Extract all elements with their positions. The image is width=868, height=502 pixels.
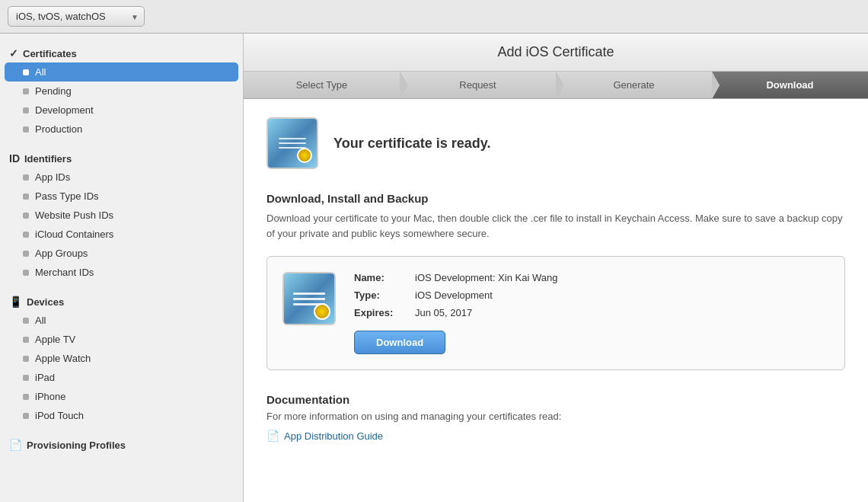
sidebar-item-pass-type-ids-label: Pass Type IDs bbox=[35, 190, 99, 202]
sidebar-item-pending-label: Pending bbox=[35, 85, 72, 97]
cert-name-field: Name: iOS Development: Xin Kai Wang bbox=[354, 272, 829, 283]
sidebar-item-ipod-touch[interactable]: iPod Touch bbox=[0, 406, 243, 425]
sidebar-item-merchant-ids[interactable]: Merchant IDs bbox=[0, 263, 243, 282]
sidebar-item-development-label: Development bbox=[35, 104, 94, 116]
sidebar-item-website-push-ids-label: Website Push IDs bbox=[35, 209, 113, 221]
sidebar: ✓ Certificates All Pending Development P… bbox=[0, 34, 244, 502]
sidebar-section-certificates: ✓ Certificates bbox=[0, 41, 243, 62]
cert-card-icon bbox=[282, 272, 336, 325]
sidebar-item-app-ids-label: App IDs bbox=[35, 171, 70, 183]
devices-section-label: Devices bbox=[27, 296, 64, 308]
dot-icon bbox=[23, 318, 29, 324]
cert-medal bbox=[297, 148, 312, 163]
dot-icon bbox=[23, 69, 29, 75]
ready-message: Your certificate is ready. bbox=[333, 136, 490, 152]
dot-icon bbox=[23, 126, 29, 133]
dot-icon bbox=[23, 88, 29, 94]
dot-icon bbox=[23, 232, 29, 238]
cert-line-2 bbox=[279, 142, 306, 144]
sidebar-item-iphone-label: iPhone bbox=[35, 391, 65, 402]
sidebar-item-all-certs-label: All bbox=[35, 66, 46, 78]
dot-icon bbox=[23, 107, 29, 114]
cert-type-label: Type: bbox=[354, 289, 415, 301]
dot-icon bbox=[23, 356, 29, 362]
sidebar-item-all-devices[interactable]: All bbox=[0, 311, 243, 330]
download-section-desc: Download your certificate to your Mac, t… bbox=[266, 211, 845, 241]
sidebar-item-icloud-containers[interactable]: iCloud Containers bbox=[0, 225, 243, 244]
sidebar-item-website-push-ids[interactable]: Website Push IDs bbox=[0, 206, 243, 225]
dot-icon bbox=[23, 394, 29, 400]
step-generate[interactable]: Generate bbox=[556, 72, 712, 98]
sidebar-item-pending[interactable]: Pending bbox=[0, 82, 243, 101]
documentation-link[interactable]: 📄 App Distribution Guide bbox=[266, 430, 845, 442]
sidebar-item-apple-watch[interactable]: Apple Watch bbox=[0, 349, 243, 368]
certificates-icon: ✓ bbox=[9, 47, 18, 59]
sidebar-item-all-certs[interactable]: All bbox=[5, 62, 238, 82]
page-header: Add iOS Certificate bbox=[244, 34, 868, 72]
sidebar-item-apple-tv[interactable]: Apple TV bbox=[0, 330, 243, 349]
sidebar-item-all-devices-label: All bbox=[35, 315, 46, 326]
step-generate-label: Generate bbox=[613, 79, 654, 91]
dot-icon bbox=[23, 213, 29, 219]
cert-card: Name: iOS Development: Xin Kai Wang Type… bbox=[266, 256, 845, 370]
provisioning-icon: 📄 bbox=[9, 439, 22, 451]
sidebar-section-identifiers: ID Identifiers bbox=[0, 146, 243, 168]
cert-type-value: iOS Development bbox=[415, 289, 493, 301]
sidebar-item-production-label: Production bbox=[35, 123, 82, 135]
dot-icon bbox=[23, 270, 29, 276]
cert-expires-field: Expires: Jun 05, 2017 bbox=[354, 307, 829, 318]
step-download-label: Download bbox=[766, 79, 813, 91]
sidebar-item-development[interactable]: Development bbox=[0, 101, 243, 120]
identifiers-icon: ID bbox=[9, 152, 20, 165]
step-download[interactable]: Download bbox=[712, 72, 868, 98]
cert-details: Name: iOS Development: Xin Kai Wang Type… bbox=[354, 272, 829, 354]
steps-bar: Select Type Request Generate Download bbox=[244, 72, 868, 99]
cert-expires-value: Jun 05, 2017 bbox=[415, 307, 472, 318]
cert-line-1 bbox=[279, 138, 306, 139]
download-button[interactable]: Download bbox=[354, 331, 445, 354]
top-bar: iOS, tvOS, watchOSmacOSServices ▼ bbox=[0, 0, 868, 34]
cert-type-field: Type: iOS Development bbox=[354, 289, 829, 301]
provisioning-section-label: Provisioning Profiles bbox=[27, 440, 126, 451]
sidebar-item-production[interactable]: Production bbox=[0, 120, 243, 139]
sidebar-item-apple-tv-label: Apple TV bbox=[35, 334, 75, 345]
cert-name-label: Name: bbox=[354, 272, 415, 283]
identifiers-section-label: Identifiers bbox=[24, 153, 72, 165]
step-select-type[interactable]: Select Type bbox=[244, 72, 400, 98]
sidebar-item-merchant-ids-label: Merchant IDs bbox=[35, 267, 94, 278]
step-request-label: Request bbox=[459, 79, 496, 91]
main-layout: ✓ Certificates All Pending Development P… bbox=[0, 34, 868, 502]
cert-card-medal bbox=[314, 303, 330, 320]
sidebar-item-app-ids[interactable]: App IDs bbox=[0, 168, 243, 187]
cert-expires-label: Expires: bbox=[354, 307, 415, 318]
cert-ready-icon bbox=[266, 117, 318, 169]
dot-icon bbox=[23, 193, 29, 200]
sidebar-item-iphone[interactable]: iPhone bbox=[0, 387, 243, 406]
sidebar-section-devices: 📱 Devices bbox=[0, 289, 243, 311]
sidebar-item-apple-watch-label: Apple Watch bbox=[35, 353, 91, 364]
dot-icon bbox=[23, 174, 29, 181]
download-section-title: Download, Install and Backup bbox=[266, 192, 845, 205]
platform-dropdown[interactable]: iOS, tvOS, watchOSmacOSServices bbox=[8, 6, 145, 27]
dot-icon bbox=[23, 375, 29, 381]
dot-icon bbox=[23, 337, 29, 343]
cert-card-line-2 bbox=[293, 298, 325, 300]
sidebar-item-ipad-label: iPad bbox=[35, 372, 55, 383]
certificates-section-label: Certificates bbox=[23, 48, 77, 59]
page-title: Add iOS Certificate bbox=[259, 44, 853, 60]
sidebar-item-pass-type-ids[interactable]: Pass Type IDs bbox=[0, 187, 243, 206]
documentation-title: Documentation bbox=[266, 393, 845, 406]
devices-icon: 📱 bbox=[9, 296, 22, 308]
platform-dropdown-wrapper[interactable]: iOS, tvOS, watchOSmacOSServices ▼ bbox=[8, 6, 145, 27]
sidebar-item-ipad[interactable]: iPad bbox=[0, 368, 243, 387]
step-request[interactable]: Request bbox=[400, 72, 556, 98]
sidebar-item-app-groups[interactable]: App Groups bbox=[0, 244, 243, 263]
dot-icon bbox=[23, 251, 29, 257]
sidebar-item-icloud-containers-label: iCloud Containers bbox=[35, 229, 113, 240]
ready-section: Your certificate is ready. bbox=[266, 117, 845, 169]
cert-card-line-1 bbox=[293, 293, 325, 295]
cert-name-value: iOS Development: Xin Kai Wang bbox=[415, 272, 557, 283]
doc-link-icon: 📄 bbox=[266, 430, 279, 442]
sidebar-section-provisioning: 📄 Provisioning Profiles bbox=[0, 433, 243, 454]
documentation-desc: For more information on using and managi… bbox=[266, 411, 845, 422]
